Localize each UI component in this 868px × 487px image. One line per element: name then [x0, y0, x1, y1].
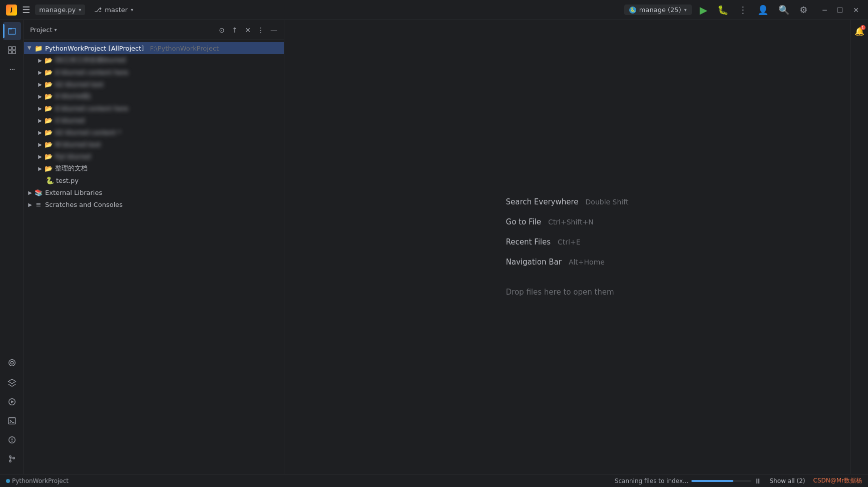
editor-area[interactable]: Search Everywhere Double Shift Go to Fil…	[284, 20, 850, 474]
panel-title-button[interactable]: Project ▾	[30, 26, 214, 34]
run-config-icon: 🐍	[629, 7, 636, 14]
folder-icon: 📂	[44, 164, 53, 173]
tree-item[interactable]: ▶ 📂 00工作工作目录blurred	[24, 54, 284, 66]
branch-label: master	[105, 6, 128, 14]
svg-rect-2	[8, 47, 11, 50]
profile-button[interactable]: 👤	[755, 3, 770, 17]
hint-navbar-key: Alt+Home	[569, 258, 605, 266]
project-tree: ▶ 📁 PythonWorkProject [AllProject] F:\Py…	[24, 40, 284, 474]
sidebar-item-terminal[interactable]	[3, 412, 21, 430]
collapse-all-icon[interactable]: ⊙	[216, 24, 228, 36]
sidebar-item-services[interactable]	[3, 393, 21, 411]
sidebar-item-layers[interactable]	[3, 374, 21, 392]
hint-goto: Go to File Ctrl+Shift+N	[506, 217, 629, 226]
folder-icon: 📂	[44, 104, 53, 113]
debug-button[interactable]: 🐛	[715, 3, 730, 17]
item-label: 00工作工作目录blurred	[55, 56, 126, 65]
svg-point-6	[9, 360, 15, 366]
pause-indexing-button[interactable]: ⏸	[754, 477, 761, 485]
branch-selector[interactable]: ⎇ master ▾	[90, 5, 137, 15]
svg-marker-9	[11, 400, 14, 403]
settings-button[interactable]: ⚙	[797, 3, 809, 17]
tree-item[interactable]: ▶ 📂 02 blurred content *	[24, 126, 284, 138]
sidebar-item-project[interactable]	[3, 22, 21, 40]
item-label: 02 blurred text	[55, 81, 104, 88]
brand-label[interactable]: CSDN@Mr数据杨	[813, 476, 862, 485]
tree-item[interactable]: ▶ 📂 0 blurred content here	[24, 66, 284, 78]
item-label: Scratches and Consoles	[45, 201, 123, 208]
svg-rect-10	[8, 418, 15, 424]
hint-search-label: Search Everywhere	[506, 197, 579, 206]
panel-header: Project ▾ ⊙ ↑ ✕ ⋮ —	[24, 20, 284, 40]
root-folder-icon: 📁	[34, 44, 43, 53]
tree-item-scratches[interactable]: ▶ ≡ Scratches and Consoles	[24, 198, 284, 210]
item-label: 整理的文档	[55, 164, 88, 173]
item-label: 0 blurred	[55, 117, 85, 124]
item-label: 0 blurred content here	[55, 69, 128, 76]
svg-rect-3	[12, 47, 15, 50]
item-expand-arrow: ▶	[36, 68, 44, 76]
sidebar-item-plugins[interactable]	[3, 354, 21, 372]
status-bar: PythonWorkProject Scanning files to inde…	[0, 474, 868, 487]
right-icon-bar: 🔔 1	[850, 20, 868, 474]
root-path: F:\PythonWorkProject	[150, 45, 219, 52]
tree-root[interactable]: ▶ 📁 PythonWorkProject [AllProject] F:\Py…	[24, 42, 284, 54]
tree-item[interactable]: ▶ 📂 Pyt blurred	[24, 150, 284, 162]
item-label: 02 blurred content *	[55, 129, 121, 136]
maximize-button[interactable]: ☐	[834, 5, 846, 15]
tree-item[interactable]: ▶ 📂 0 blurred content here	[24, 102, 284, 114]
panel-options-icon[interactable]: ⋮	[255, 24, 267, 36]
sidebar-item-git[interactable]	[3, 450, 21, 468]
app-logo: J	[6, 5, 17, 16]
hint-search: Search Everywhere Double Shift	[506, 197, 629, 206]
project-file-label: manage.py	[39, 6, 76, 14]
hamburger-menu[interactable]: ☰	[22, 5, 30, 15]
item-expand-arrow: ▶	[36, 104, 44, 112]
sidebar-item-extensions[interactable]	[3, 41, 21, 59]
branch-icon: ⎇	[94, 6, 102, 14]
search-everywhere-button[interactable]: 🔍	[776, 3, 791, 17]
svg-point-16	[9, 460, 11, 462]
hint-drop-label: Drop files here to open them	[506, 288, 614, 297]
hint-navbar: Navigation Bar Alt+Home	[506, 258, 629, 267]
tree-item[interactable]: ▶ 📂 M blurred text	[24, 138, 284, 150]
close-panel-icon[interactable]: ✕	[242, 24, 254, 36]
title-bar: J ☰ manage.py ▾ ⎇ master ▾ 🐍 manage (25)…	[0, 0, 868, 20]
project-name-button[interactable]: manage.py ▾	[35, 5, 85, 15]
run-config-button[interactable]: 🐍 manage (25) ▾	[624, 5, 692, 15]
item-expand-arrow: ▶	[36, 164, 44, 172]
item-expand-arrow: ▶	[36, 140, 44, 148]
tree-item[interactable]: ▶ 📂 0 blurred	[24, 114, 284, 126]
run-button[interactable]: ▶	[698, 2, 709, 18]
hide-panel-icon[interactable]: —	[268, 24, 280, 36]
tree-item-extlibs[interactable]: ▶ 📚 External Libraries	[24, 186, 284, 198]
tree-item[interactable]: ▶ 📂 0 blurred比	[24, 90, 284, 102]
project-arrow-icon: ▾	[79, 7, 81, 13]
svg-point-17	[13, 457, 15, 459]
show-all-button[interactable]: Show all (2)	[769, 477, 805, 484]
editor-hints: Search Everywhere Double Shift Go to Fil…	[506, 197, 629, 297]
sidebar-item-problems[interactable]	[3, 431, 21, 449]
hint-goto-key: Ctrl+Shift+N	[548, 218, 594, 226]
scroll-to-top-icon[interactable]: ↑	[229, 24, 241, 36]
item-label: Pyt blurred	[55, 153, 91, 160]
panel-title-label: Project	[30, 26, 52, 34]
svg-rect-5	[12, 51, 15, 54]
notifications-icon[interactable]: 🔔 1	[852, 24, 866, 38]
item-expand-arrow: ▶	[36, 152, 44, 160]
more-actions-button[interactable]: ⋮	[736, 3, 749, 17]
sidebar-item-more[interactable]: ···	[3, 60, 21, 78]
minimize-button[interactable]: ─	[819, 5, 829, 15]
item-label: test.py	[56, 177, 79, 184]
tree-item-zhenglidoc[interactable]: ▶ 📂 整理的文档	[24, 162, 284, 174]
tree-item[interactable]: ▶ 📂 02 blurred text	[24, 78, 284, 90]
panel-header-icons: ⊙ ↑ ✕ ⋮ —	[216, 24, 280, 36]
svg-point-7	[11, 361, 13, 364]
close-button[interactable]: ✕	[850, 5, 862, 15]
hint-goto-label: Go to File	[506, 217, 542, 226]
status-project-dot	[6, 479, 10, 483]
status-project-button[interactable]: PythonWorkProject	[6, 477, 69, 484]
hint-navbar-label: Navigation Bar	[506, 258, 562, 267]
tree-item-testpy[interactable]: 🐍 test.py	[24, 174, 284, 186]
item-label: 0 blurred content here	[55, 105, 128, 112]
